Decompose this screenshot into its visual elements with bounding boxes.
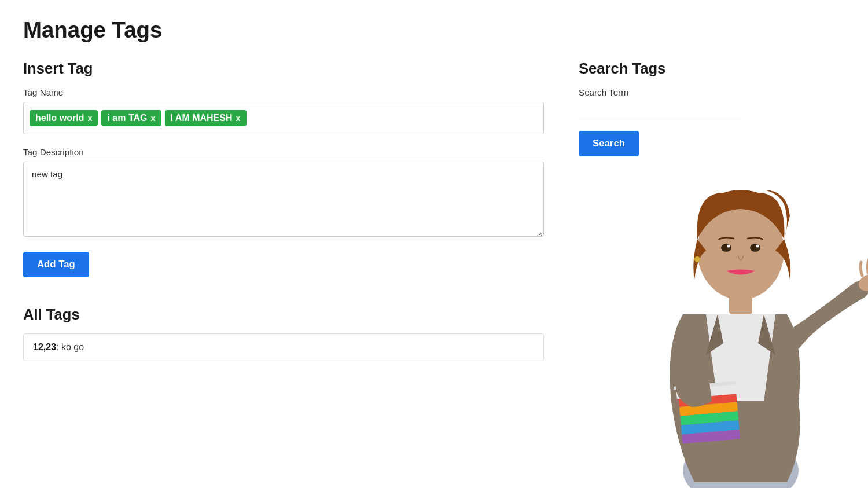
tag-item-id: 12,23	[33, 342, 56, 352]
tag-description-textarea[interactable]	[23, 162, 544, 237]
svg-point-0	[683, 436, 799, 488]
tag-description-label: Tag Description	[23, 147, 544, 157]
insert-tag-panel: Insert Tag Tag Name hello world xi am TA…	[23, 60, 544, 365]
search-button[interactable]: Search	[579, 131, 639, 156]
tag-chip-label: i am TAG	[107, 113, 147, 123]
search-tags-title: Search Tags	[579, 60, 845, 77]
svg-point-8	[856, 271, 868, 294]
svg-rect-11	[680, 411, 738, 425]
tag-chip-remove[interactable]: x	[87, 113, 92, 123]
search-term-label: Search Term	[579, 87, 845, 97]
tag-chip: i am TAG x	[101, 110, 161, 126]
svg-rect-9	[679, 392, 737, 407]
insert-tag-title: Insert Tag	[23, 60, 544, 77]
search-tags-panel: Search Tags Search Term Search	[579, 60, 845, 365]
all-tags-title: All Tags	[23, 306, 544, 323]
svg-rect-15	[674, 381, 736, 390]
svg-rect-14	[676, 383, 737, 399]
tag-item-description: ko go	[61, 342, 84, 352]
all-tags-section: All Tags 12,23: ko go	[23, 306, 544, 361]
add-tag-button[interactable]: Add Tag	[23, 252, 89, 277]
tag-text-input[interactable]	[250, 113, 538, 123]
tag-chip-label: hello world	[35, 113, 84, 123]
tag-chip-remove[interactable]: x	[236, 113, 241, 123]
tag-name-label: Tag Name	[23, 87, 544, 97]
search-term-input[interactable]	[579, 102, 741, 119]
svg-rect-12	[681, 420, 740, 435]
svg-rect-13	[682, 430, 740, 444]
tag-chip: I AM MAHESH x	[165, 110, 247, 126]
tag-name-input-area[interactable]: hello world xi am TAG xI AM MAHESH x	[23, 102, 544, 134]
svg-rect-10	[679, 402, 738, 416]
tag-chip: hello world x	[30, 110, 98, 126]
tag-list-item: 12,23: ko go	[23, 333, 544, 361]
tag-chip-remove[interactable]: x	[151, 113, 156, 123]
tag-chip-label: I AM MAHESH	[171, 113, 233, 123]
page-title: Manage Tags	[23, 17, 845, 43]
